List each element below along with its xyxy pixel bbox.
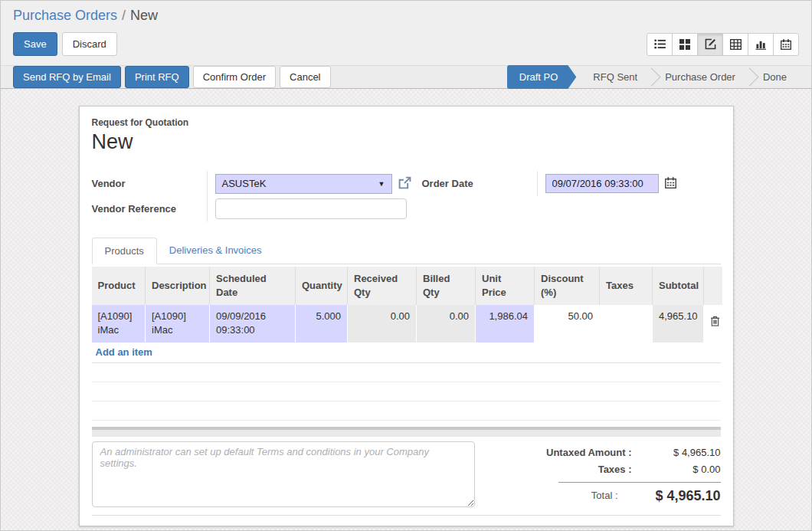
sheet-bottom-separator [92, 515, 721, 520]
cell-taxes[interactable] [600, 305, 653, 343]
breadcrumb: Purchase Orders/New [1, 1, 811, 24]
vendor-reference-label: Vendor Reference [92, 196, 207, 221]
sheet-subtitle: Request for Quotation [92, 117, 721, 128]
cancel-button[interactable]: Cancel [280, 66, 330, 88]
send-rfq-button[interactable]: Send RFQ by Email [13, 66, 121, 88]
horizontal-scrollbar-track[interactable] [92, 430, 721, 437]
vendor-select[interactable]: ASUSTeK ▼ [215, 174, 392, 194]
col-billed-qty: Billed Qty [417, 267, 476, 305]
total-value: $ 4,965.10 [637, 487, 721, 504]
col-unit-price: Unit Price [476, 267, 535, 305]
untaxed-amount-label: Untaxed Amount : [482, 444, 650, 461]
form-view-button[interactable] [697, 33, 723, 56]
vendor-label: Vendor [92, 171, 207, 196]
col-discount: Discount (%) [535, 267, 600, 305]
pivot-table-icon [730, 39, 742, 50]
form-background: Request for Quotation New Vendor ASUSTeK… [1, 89, 811, 530]
delete-line-button[interactable] [704, 305, 722, 343]
calendar-icon [781, 39, 791, 50]
cell-received-qty: 0.00 [348, 305, 417, 343]
tab-products[interactable]: Products [92, 238, 157, 264]
kanban-view-button[interactable] [672, 33, 698, 56]
empty-line [92, 363, 721, 382]
graph-view-button[interactable] [748, 33, 774, 56]
pivot-view-button[interactable] [722, 33, 748, 56]
col-description: Description [146, 267, 210, 305]
status-step-purchase-order[interactable]: Purchase Order [651, 65, 749, 89]
list-icon [654, 39, 666, 49]
col-product: Product [92, 267, 146, 305]
cell-subtotal: 4,965.10 [653, 305, 704, 343]
breadcrumb-separator: / [122, 8, 126, 23]
empty-line [92, 382, 721, 402]
col-received-qty: Received Qty [348, 267, 417, 305]
cell-description[interactable]: [A1090] iMac [146, 305, 210, 343]
vendor-value: ASUSTeK [222, 178, 267, 189]
cell-unit-price[interactable]: 1,986.04 [476, 305, 535, 343]
col-scheduled-date: Scheduled Date [210, 267, 296, 305]
taxes-label: Taxes : [482, 461, 650, 478]
chevron-down-icon: ▼ [378, 180, 385, 188]
cell-quantity[interactable]: 5.000 [296, 305, 348, 343]
tab-deliveries-invoices[interactable]: Deliveries & Invoices [157, 238, 274, 264]
print-rfq-button[interactable]: Print RFQ [125, 66, 189, 88]
date-picker-button[interactable] [665, 177, 676, 191]
toolbar: Save Discard [1, 24, 811, 65]
status-step-rfq-sent[interactable]: RFQ Sent [579, 65, 651, 89]
order-date-label: Order Date [422, 171, 537, 196]
record-title: New [92, 130, 721, 154]
untaxed-amount-value: $ 4,965.10 [650, 444, 721, 461]
add-an-item-link[interactable]: Add an item [96, 346, 152, 358]
col-taxes: Taxes [600, 267, 653, 305]
col-delete [704, 267, 722, 305]
external-link-icon [398, 176, 411, 192]
calendar-icon [665, 177, 676, 191]
col-subtotal: Subtotal [653, 267, 704, 305]
breadcrumb-parent-link[interactable]: Purchase Orders [13, 8, 117, 23]
cell-discount[interactable]: 50.00 [535, 305, 600, 343]
table-header-row: Product Description Scheduled Date Quant… [92, 267, 722, 305]
terms-and-conditions-textarea[interactable] [92, 441, 475, 507]
col-quantity: Quantity [296, 267, 348, 305]
vendor-open-record-button[interactable] [398, 176, 411, 192]
calendar-view-button[interactable] [773, 33, 799, 56]
list-view-button[interactable] [647, 33, 673, 56]
status-step-draft-po[interactable]: Draft PO [507, 65, 577, 89]
taxes-value: $ 0.00 [650, 461, 721, 478]
totals-block: Untaxed Amount : $ 4,965.10 Taxes : $ 0.… [482, 441, 721, 507]
view-switcher [647, 33, 799, 56]
order-line-row[interactable]: [A1090] iMac [A1090] iMac 09/09/2016 09:… [92, 305, 722, 343]
status-steps: Draft PO RFQ Sent Purchase Order Done [507, 65, 811, 89]
field-groups: Vendor ASUSTeK ▼ Vendor Reference [92, 171, 721, 221]
totals-divider [558, 482, 721, 483]
empty-line [92, 402, 721, 421]
confirm-order-button[interactable]: Confirm Order [193, 66, 276, 88]
trash-icon [710, 317, 720, 329]
total-label: Total : [482, 487, 637, 504]
vendor-reference-input[interactable] [215, 198, 407, 219]
form-sheet: Request for Quotation New Vendor ASUSTeK… [79, 106, 734, 526]
cell-scheduled-date[interactable]: 09/09/2016 09:33:00 [210, 305, 296, 343]
cell-billed-qty: 0.00 [417, 305, 476, 343]
breadcrumb-current: New [130, 8, 158, 23]
cell-product[interactable]: [A1090] iMac [92, 305, 146, 343]
kanban-icon [679, 39, 690, 50]
order-date-input[interactable] [545, 174, 659, 193]
edit-form-icon [705, 38, 716, 50]
notebook-tabs: Products Deliveries & Invoices [92, 238, 721, 264]
add-item-row: Add an item [92, 343, 721, 363]
order-lines-table: Product Description Scheduled Date Quant… [92, 267, 723, 343]
sheet-footer: Untaxed Amount : $ 4,965.10 Taxes : $ 0.… [92, 441, 721, 507]
bar-chart-icon [755, 39, 767, 50]
status-step-done[interactable]: Done [749, 65, 801, 89]
statusbar: Send RFQ by Email Print RFQ Confirm Orde… [1, 65, 811, 89]
discard-button[interactable]: Discard [62, 32, 117, 56]
save-button[interactable]: Save [13, 32, 57, 56]
